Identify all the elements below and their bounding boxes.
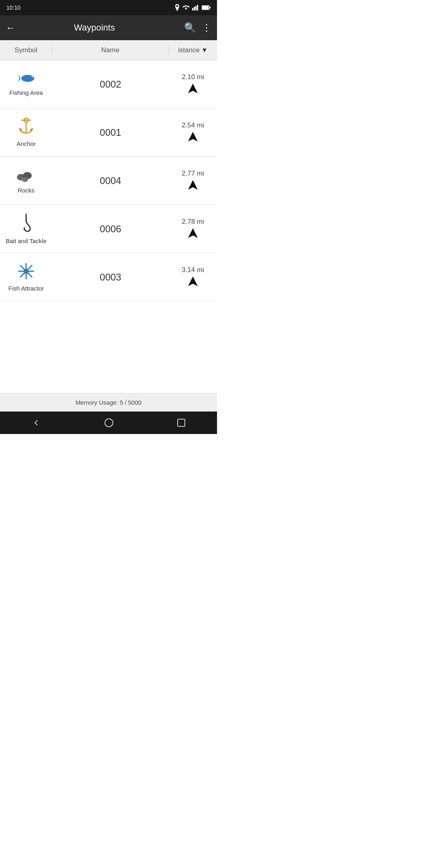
svg-rect-30 — [178, 419, 185, 426]
content-area: Fishing Area 0002 2.10 mi — [0, 60, 217, 393]
waypoint-number-1: 0001 — [100, 127, 121, 138]
wifi-icon — [182, 5, 190, 10]
svg-rect-3 — [197, 5, 198, 10]
navigate-arrow-3[interactable] — [187, 227, 199, 240]
name-col-4: 0003 — [52, 272, 169, 283]
col-symbol-header: Symbol — [0, 46, 52, 54]
distance-col-1: 2.54 mi — [169, 121, 217, 144]
signal-icon — [192, 5, 199, 10]
col-distance-header[interactable]: istance ▼ — [169, 46, 217, 54]
svg-marker-16 — [188, 132, 198, 141]
distance-col-4: 3.14 mi — [169, 266, 217, 289]
waypoint-label-1: Anchor — [16, 140, 36, 147]
symbol-col-1: Anchor — [0, 118, 52, 147]
navigate-arrow-0[interactable] — [187, 83, 199, 96]
hook-icon — [19, 213, 33, 235]
svg-marker-22 — [188, 228, 198, 238]
table-row[interactable]: Bait and Tackle 0006 2.78 mi — [0, 205, 217, 253]
waypoint-label-2: Rocks — [18, 187, 35, 194]
battery-icon — [202, 5, 211, 10]
search-button[interactable]: 🔍 — [184, 22, 196, 33]
waypoint-label-3: Bait and Tackle — [6, 237, 46, 244]
status-icons — [174, 4, 211, 11]
waypoint-distance-1: 2.54 mi — [182, 121, 204, 129]
svg-rect-6 — [209, 7, 211, 8]
name-col-2: 0004 — [52, 175, 169, 186]
waypoint-label-0: Fishing Area — [9, 89, 43, 96]
memory-label: Memory Usage: 5 / 5000 — [76, 399, 141, 406]
svg-point-19 — [22, 177, 28, 182]
svg-marker-28 — [188, 276, 198, 286]
column-headers: Symbol Name istance ▼ — [0, 40, 217, 60]
waypoint-number-2: 0004 — [100, 175, 121, 186]
svg-rect-1 — [194, 7, 195, 10]
symbol-col-0: Fishing Area — [0, 72, 52, 96]
name-col-3: 0006 — [52, 223, 169, 235]
app-bar-actions: 🔍 ⋮ — [184, 22, 211, 33]
symbol-col-2: Rocks — [0, 168, 52, 194]
time: 10:10 — [6, 4, 20, 11]
app-bar: ← Waypoints 🔍 ⋮ — [0, 15, 217, 40]
waypoint-distance-3: 2.78 mi — [182, 218, 204, 226]
svg-point-9 — [33, 77, 33, 78]
waypoint-distance-4: 3.14 mi — [182, 266, 204, 274]
svg-rect-5 — [202, 6, 209, 9]
symbol-col-3: Bait and Tackle — [0, 213, 52, 244]
waypoint-label-4: Fish Attractor — [8, 285, 44, 292]
name-col-0: 0002 — [52, 79, 169, 90]
svg-rect-2 — [195, 6, 197, 10]
distance-col-2: 2.77 mi — [169, 170, 217, 192]
page-title: Waypoints — [10, 23, 179, 33]
sort-icon: ▼ — [201, 47, 208, 54]
navigate-arrow-4[interactable] — [187, 276, 199, 289]
waypoint-number-0: 0002 — [100, 79, 121, 90]
memory-bar: Memory Usage: 5 / 5000 — [0, 393, 217, 411]
name-col-1: 0001 — [52, 127, 169, 138]
nav-home-button[interactable] — [104, 418, 114, 428]
nav-recents-button[interactable] — [177, 418, 186, 427]
fish-icon — [17, 72, 35, 87]
page-wrapper: 10:10 ← — [0, 0, 217, 434]
table-row[interactable]: Fishing Area 0002 2.10 mi — [0, 60, 217, 108]
table-row[interactable]: Fish Attractor 0003 3.14 mi — [0, 253, 217, 301]
svg-marker-20 — [188, 180, 198, 190]
distance-col-0: 2.10 mi — [169, 73, 217, 96]
location-icon — [174, 4, 180, 11]
table-row[interactable]: Rocks 0004 2.77 mi — [0, 157, 217, 205]
nav-back-button[interactable] — [31, 418, 41, 428]
navigate-arrow-1[interactable] — [187, 131, 199, 144]
nav-bar — [0, 411, 217, 434]
rocks-icon — [16, 168, 36, 184]
svg-point-7 — [21, 75, 34, 82]
waypoint-number-3: 0006 — [100, 223, 121, 235]
more-button[interactable]: ⋮ — [202, 22, 211, 33]
status-bar: 10:10 — [0, 0, 217, 15]
fish-attractor-icon — [17, 262, 35, 283]
svg-rect-0 — [192, 8, 193, 10]
waypoint-number-4: 0003 — [100, 272, 121, 283]
svg-point-29 — [105, 419, 113, 427]
waypoint-distance-0: 2.10 mi — [182, 73, 204, 81]
symbol-col-4: Fish Attractor — [0, 262, 52, 292]
table-row[interactable]: Anchor 0001 2.54 mi — [0, 108, 217, 157]
distance-col-3: 2.78 mi — [169, 218, 217, 240]
anchor-icon — [18, 118, 34, 138]
waypoint-distance-2: 2.77 mi — [182, 170, 204, 178]
col-name-header: Name — [52, 46, 169, 54]
navigate-arrow-2[interactable] — [187, 179, 199, 192]
empty-area — [0, 301, 217, 393]
svg-marker-10 — [188, 84, 198, 93]
